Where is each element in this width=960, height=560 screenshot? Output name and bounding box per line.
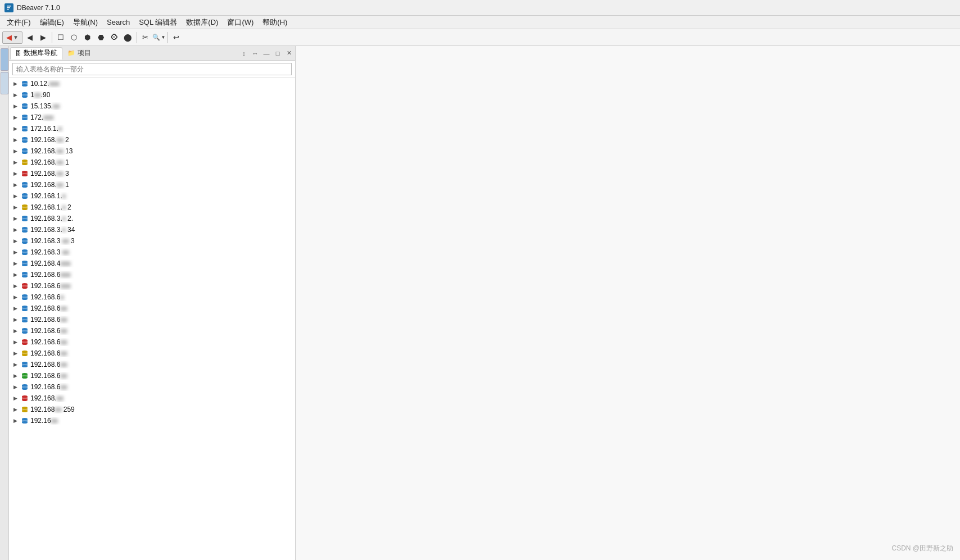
- tree-item[interactable]: ▶ 192.168.6xx: [9, 348, 295, 359]
- menu-bar: 文件(F) 编辑(E) 导航(N) Search SQL 编辑器 数据库(D) …: [0, 16, 960, 29]
- tree-item[interactable]: ▶ 192.168.6xx: [9, 314, 295, 325]
- tree-item[interactable]: ▶ 192.168.6xx: [9, 336, 295, 348]
- db-icon: [20, 304, 29, 313]
- db-green-icon: [20, 371, 29, 380]
- panel-action-scroll-lock[interactable]: ↕: [239, 48, 249, 58]
- tree-item-label: 192.168.xx: [30, 394, 295, 402]
- tab-db-navigator[interactable]: 🗄 数据库导航: [10, 47, 62, 60]
- toolbar-btn-9[interactable]: ↩: [170, 31, 183, 44]
- tree-item[interactable]: ▶ 192.168.6x: [9, 292, 295, 303]
- toolbar-nav-btn[interactable]: ◀ ▼: [3, 33, 22, 42]
- tree-item[interactable]: ▶ 1xx.90: [9, 89, 295, 101]
- db-red-icon: [20, 169, 29, 178]
- tree-item-label: 192.168.1.x: [30, 192, 295, 200]
- toolbar-btn-2[interactable]: ⬡: [68, 31, 80, 44]
- tree-item[interactable]: ▶ 172.xxx: [9, 112, 295, 123]
- tree-item-label: 192.168.3.x 34: [30, 226, 295, 234]
- menu-navigate[interactable]: 导航(N): [69, 16, 102, 29]
- menu-file[interactable]: 文件(F): [2, 16, 35, 29]
- toolbar-btn-4[interactable]: ⬣: [95, 31, 107, 44]
- tree-item[interactable]: ▶ 192.168.xx 2: [9, 134, 295, 145]
- tree-item[interactable]: ▶ 192.168.xx 3: [9, 168, 295, 179]
- toolbar-btn-6[interactable]: ⬤: [122, 31, 134, 44]
- tree-item[interactable]: ▶ 192.168xx 259: [9, 404, 295, 415]
- tree-item[interactable]: ▶ 192.168.1.x 2: [9, 202, 295, 213]
- tree-item[interactable]: ▶ 192.168.6xx: [9, 303, 295, 314]
- panel-action-minimize[interactable]: —: [261, 48, 271, 58]
- tree-item-label: 192.168.6xxx: [30, 282, 295, 290]
- tree-item[interactable]: ▶ 192.168.6xx: [9, 381, 295, 393]
- app-icon: [4, 3, 13, 12]
- tree-item[interactable]: ▶ 192.168.4xxx: [9, 258, 295, 269]
- toolbar-btn-3[interactable]: ⬢: [81, 31, 94, 44]
- tree-item[interactable]: ▶ 192.168.xx: [9, 393, 295, 404]
- tree-item[interactable]: ▶ 192.168.3 xx 3: [9, 235, 295, 247]
- menu-window[interactable]: 窗口(W): [223, 16, 258, 29]
- search-input[interactable]: [12, 63, 292, 75]
- chevron-icon: ▶: [11, 383, 19, 391]
- tree-item[interactable]: ▶ 172.16.1.x: [9, 123, 295, 134]
- chevron-icon: ▶: [11, 125, 19, 133]
- tree-item-label: 192.168.6xx: [30, 361, 295, 368]
- tree-item[interactable]: ▶ 192.168.3.x 34: [9, 224, 295, 235]
- project-icon: 📁: [67, 49, 75, 57]
- tree-item[interactable]: ▶ 192.168.6xxx: [9, 280, 295, 292]
- tree-item[interactable]: ▶ 192.168.xx 1: [9, 157, 295, 168]
- chevron-icon: ▶: [11, 113, 19, 121]
- db-yellow-icon: [20, 203, 29, 212]
- panel-action-close[interactable]: ✕: [284, 48, 294, 58]
- svg-point-90: [22, 399, 28, 401]
- toolbar-btn-7[interactable]: ✂: [139, 31, 152, 44]
- tree-item[interactable]: ▶ 192.168.xx 13: [9, 145, 295, 157]
- tree-item[interactable]: ▶ 192.168.6xxx: [9, 269, 295, 280]
- toolbar-back-btn[interactable]: ◀: [24, 31, 36, 44]
- db-navigator-icon: 🗄: [15, 50, 21, 57]
- tree-item[interactable]: ▶ 15.135.xx: [9, 101, 295, 112]
- tab-project[interactable]: 📁 项目: [62, 47, 96, 60]
- menu-sql-editor[interactable]: SQL 编辑器: [134, 16, 182, 29]
- panel-action-layout[interactable]: ↔: [250, 48, 260, 58]
- db-icon: [20, 326, 29, 335]
- tree-item[interactable]: ▶ 192.16xx: [9, 415, 295, 426]
- db-icon: [20, 192, 29, 201]
- tree-item[interactable]: ▶ 10.12.xxx: [9, 78, 295, 89]
- db-icon: [20, 383, 29, 391]
- toolbar-forward-btn[interactable]: ▶: [37, 31, 49, 44]
- toolbar-nav-dropdown[interactable]: ◀ ▼: [2, 31, 22, 44]
- tree-item[interactable]: ▶ 192.168.6xx: [9, 359, 295, 370]
- chevron-icon: ▶: [11, 91, 19, 99]
- db-icon: [20, 259, 29, 268]
- tree-item[interactable]: ▶ 192.168.3 xx: [9, 247, 295, 258]
- menu-help[interactable]: 帮助(H): [258, 16, 292, 29]
- svg-point-42: [22, 219, 28, 221]
- toolbar-btn-8[interactable]: 🔍 ▼: [153, 31, 165, 44]
- tree-item-label: 172.16.1.x: [30, 125, 295, 133]
- svg-point-93: [22, 410, 28, 412]
- toolbar-btn-5[interactable]: ⭙: [108, 31, 121, 44]
- db-red-icon: [20, 338, 29, 347]
- menu-search[interactable]: Search: [102, 17, 134, 28]
- chevron-icon: ▶: [11, 237, 19, 245]
- tree-item-label: 192.168.6xxx: [30, 271, 295, 279]
- db-icon: [20, 248, 29, 257]
- panel-action-maximize[interactable]: □: [273, 48, 283, 58]
- tree-item[interactable]: ▶ 192.168.3.x 2.: [9, 213, 295, 224]
- chevron-icon: ▶: [11, 158, 19, 166]
- tree-item[interactable]: ▶ 192.168.6xx: [9, 325, 295, 336]
- side-tab-project[interactable]: [1, 72, 8, 94]
- tree-item[interactable]: ▶ 192.168.xx 1: [9, 179, 295, 190]
- side-tab-db[interactable]: [1, 48, 8, 71]
- toolbar-btn-1[interactable]: ☐: [55, 31, 67, 44]
- svg-point-6: [22, 84, 28, 86]
- tree-item-label: 192.168.xx 13: [30, 147, 295, 155]
- menu-edit[interactable]: 编辑(E): [35, 16, 69, 29]
- menu-database[interactable]: 数据库(D): [182, 16, 223, 29]
- panel-tab-actions: ↕ ↔ — □ ✕: [239, 48, 294, 58]
- tree-item-label: 15.135.xx: [30, 102, 295, 110]
- db-icon: [20, 315, 29, 324]
- tree-item-label: 1xx.90: [30, 91, 295, 99]
- tree-item[interactable]: ▶ 192.168.1.x: [9, 190, 295, 202]
- chevron-icon: ▶: [11, 338, 19, 346]
- tree-item[interactable]: ▶ 192.168.6xx: [9, 370, 295, 381]
- svg-point-69: [22, 320, 28, 322]
